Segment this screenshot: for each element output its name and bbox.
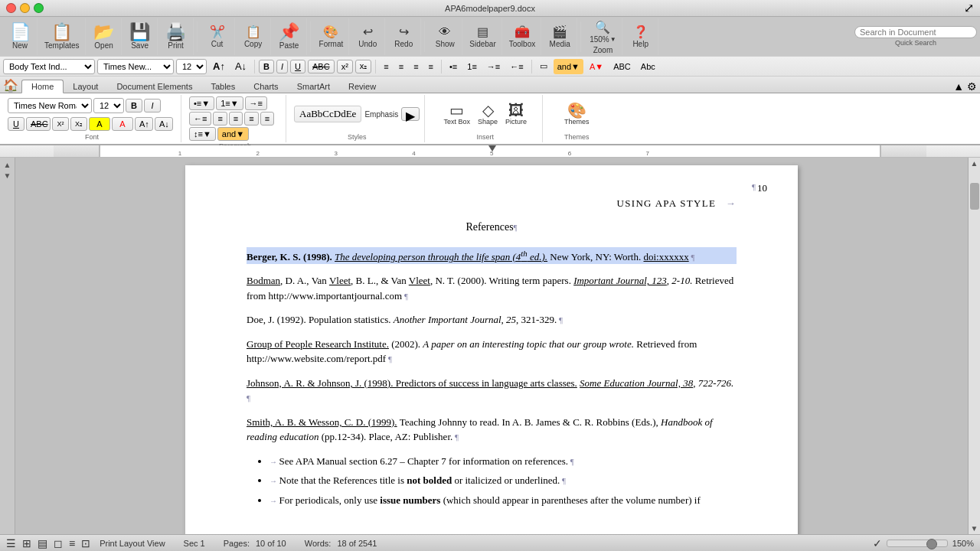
align-left-button[interactable]: ≡: [380, 59, 392, 74]
zoom-dropdown-icon[interactable]: ▼: [610, 36, 616, 43]
spell-check-icon[interactable]: ✓: [873, 537, 882, 549]
paste-button[interactable]: 📌 Paste: [276, 22, 303, 51]
justify-button[interactable]: ≡: [425, 59, 437, 74]
ribbon-fontcolor-button[interactable]: A: [112, 117, 133, 131]
ribbon-highlight-button[interactable]: A: [89, 117, 110, 131]
align-right-ribbon-button[interactable]: ≡: [244, 112, 258, 126]
capitalize-button[interactable]: Abc: [637, 59, 659, 74]
show-button[interactable]: 👁 Show: [431, 24, 459, 50]
search-input[interactable]: [854, 26, 977, 38]
numbered-list-button[interactable]: 1≡: [463, 59, 481, 74]
styles-next-button[interactable]: ▶: [401, 107, 420, 121]
align-left-ribbon-button[interactable]: ≡: [213, 112, 227, 126]
tab-home[interactable]: Home: [21, 80, 64, 93]
tab-review[interactable]: Review: [339, 80, 385, 93]
new-button[interactable]: 📄 New: [6, 22, 34, 51]
tab-layout[interactable]: Layout: [64, 80, 107, 93]
styles-sample[interactable]: AaBbCcDdEe: [294, 106, 361, 122]
ribbon-bold-button[interactable]: B: [126, 99, 142, 112]
help-button[interactable]: ❓ Help: [627, 23, 655, 50]
textbox-button[interactable]: ▭ Text Box: [442, 101, 473, 127]
sidebar-button[interactable]: ▤ Sidebar: [467, 23, 498, 50]
status-icon-2[interactable]: ⊞: [22, 537, 31, 549]
shape-button[interactable]: ◇ Shape: [475, 101, 500, 127]
tab-smartart[interactable]: SmartArt: [288, 80, 339, 93]
close-button[interactable]: [6, 3, 16, 13]
align-center-ribbon-button[interactable]: ≡: [229, 112, 243, 126]
format-button[interactable]: 🎨 Format: [317, 23, 346, 50]
ref-entry-doe[interactable]: Doe, J. (1992). Population statistics. A…: [247, 312, 737, 328]
scroll-down-button[interactable]: ▼: [971, 524, 978, 533]
ribbon-superscript-button[interactable]: X²: [52, 117, 69, 131]
ref-entry-bodman[interactable]: Bodman, D. A., Van Vleet, B. L., & Van V…: [247, 273, 737, 303]
tab-charts[interactable]: Charts: [244, 80, 287, 93]
italic-button[interactable]: I: [276, 60, 288, 73]
ribbon-subscript-button[interactable]: X₂: [70, 117, 87, 131]
copy-button[interactable]: 📋 Copy: [240, 23, 267, 50]
save-button[interactable]: 💾 Save: [126, 22, 154, 51]
ref-entry-johnson[interactable]: Johnson, A. R. & Johnson, J. (1998). Pre…: [247, 376, 737, 406]
ref-entry-group[interactable]: Group of People Research Institute. (200…: [247, 337, 737, 367]
superscript-button[interactable]: x²: [337, 60, 353, 73]
collapse-ribbon-button[interactable]: ▲: [953, 80, 964, 93]
left-nav-down[interactable]: ▼: [4, 171, 11, 180]
zoom-button[interactable]: 🔍 150% ▼: [587, 18, 619, 45]
window-resize-icon[interactable]: ⤢: [964, 1, 974, 15]
redo-button[interactable]: ↪ Redo: [390, 23, 417, 50]
scroll-thumb[interactable]: [970, 183, 979, 210]
tab-tables[interactable]: Tables: [201, 80, 244, 93]
indent-button[interactable]: →≡: [483, 59, 504, 74]
ref-entry-smith[interactable]: Smith, A. B. & Wesson, C. D. (1999). Tea…: [247, 415, 737, 445]
templates-button[interactable]: 📋 Templates: [42, 22, 82, 51]
ref-entry-berger[interactable]: Berger, K. S. (1998). The developing per…: [247, 247, 737, 265]
strikethrough-button[interactable]: ABC: [308, 60, 335, 73]
ribbon-smallA-button[interactable]: A↓: [155, 117, 173, 131]
font-color-button[interactable]: A▼: [586, 59, 607, 74]
shading-ribbon-button[interactable]: and▼: [217, 127, 249, 141]
maximize-button[interactable]: [34, 3, 44, 13]
increase-size-button[interactable]: A↑: [209, 59, 229, 74]
status-icon-4[interactable]: ◻: [54, 537, 63, 549]
themes-button[interactable]: 🎨 Themes: [562, 101, 592, 127]
ribbon-size-select[interactable]: 12: [93, 98, 124, 113]
bold-button[interactable]: B: [259, 60, 274, 73]
status-icon-5[interactable]: ≡: [69, 537, 75, 549]
cut-button[interactable]: ✂️ Cut: [204, 23, 231, 50]
left-nav-up[interactable]: ▲: [4, 161, 11, 169]
justify-ribbon-button[interactable]: ≡: [260, 112, 274, 126]
status-icon-3[interactable]: ▤: [38, 537, 47, 549]
decrease-size-button[interactable]: A↓: [231, 59, 250, 74]
style-select[interactable]: Body Text Ind...: [3, 59, 95, 74]
numbered-list-ribbon-button[interactable]: 1≡▼: [216, 96, 243, 110]
highlight-button[interactable]: ABC: [609, 59, 635, 74]
border-button[interactable]: ▭: [536, 59, 551, 74]
ribbon-strikethrough-button[interactable]: ABC: [26, 117, 51, 131]
shading-button[interactable]: and▼: [554, 59, 583, 74]
scroll-bar[interactable]: ▲ ▼: [968, 158, 980, 534]
outdent-button[interactable]: ←≡: [506, 59, 527, 74]
zoom-slider-thumb[interactable]: [926, 539, 937, 549]
open-button[interactable]: 📂 Open: [90, 22, 118, 51]
minimize-button[interactable]: [20, 3, 30, 13]
ribbon-italic-button[interactable]: I: [144, 99, 161, 112]
status-icon-1[interactable]: ☰: [6, 537, 16, 549]
underline-button[interactable]: U: [290, 60, 305, 73]
bullet-list-button[interactable]: •≡: [446, 59, 461, 74]
ribbon-bigA-button[interactable]: A↑: [135, 117, 153, 131]
font-select[interactable]: Times New...: [97, 59, 174, 74]
line-spacing-button[interactable]: ↕≡▼: [189, 127, 216, 141]
tab-document-elements[interactable]: Document Elements: [107, 80, 201, 93]
outdent-ribbon-button[interactable]: ←≡: [189, 112, 211, 126]
print-button[interactable]: 🖨️ Print: [162, 22, 190, 51]
indent-ribbon-button[interactable]: →≡: [245, 96, 267, 110]
align-right-button[interactable]: ≡: [410, 59, 422, 74]
ribbon-underline-button[interactable]: U: [8, 117, 24, 131]
subscript-button[interactable]: x₂: [355, 60, 372, 73]
align-center-button[interactable]: ≡: [395, 59, 407, 74]
toolbox-button[interactable]: 🧰 Toolbox: [507, 23, 537, 50]
undo-button[interactable]: ↩ Undo: [354, 23, 381, 50]
scroll-up-button[interactable]: ▲: [971, 159, 978, 168]
bullet-list-ribbon-button[interactable]: •≡▼: [189, 96, 214, 110]
picture-button[interactable]: 🖼 Picture: [503, 101, 529, 127]
home-icon-tab[interactable]: 🏠: [3, 78, 18, 93]
